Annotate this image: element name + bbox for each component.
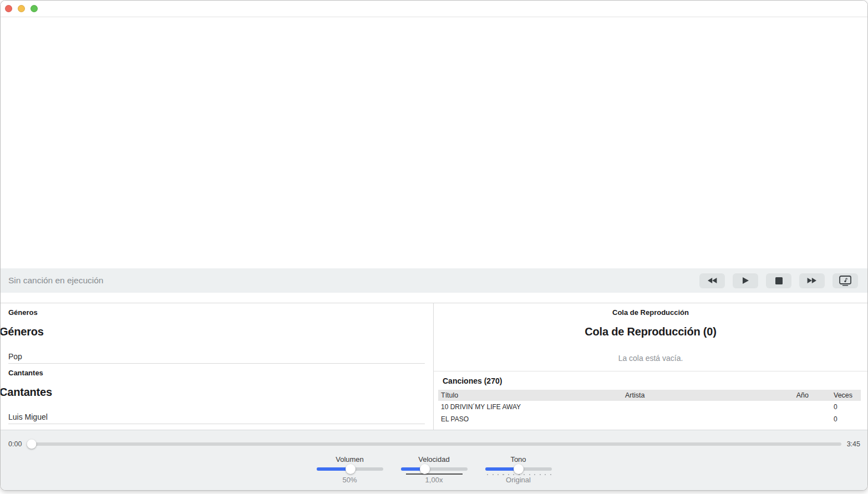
queue-panel: Cola de Reproducción Cola de Reproducció… [434,303,867,430]
genres-section: Géneros Géneros Pop [1,309,433,364]
minimize-button[interactable] [18,5,25,12]
queue-section: Cola de Reproducción Cola de Reproducció… [434,309,867,363]
speed-slider[interactable] [401,467,468,471]
table-header-row: Título Artista Año Veces [438,390,861,401]
sliders-row: Volumen 50% Velocidad 1,00x Tono [1,455,867,484]
seek-slider[interactable] [27,442,841,446]
genres-title: Géneros [1,325,433,338]
speed-slider-thumb[interactable] [420,464,430,474]
singers-section-header: Cantantes [8,369,433,377]
library-panel: Géneros Géneros Pop Cantantes Cantantes … [1,303,434,430]
play-button[interactable] [733,273,758,288]
divider [8,363,425,364]
genres-section-header: Géneros [8,309,433,317]
list-item-singer[interactable]: Luis Miguel [8,413,433,421]
stop-button[interactable] [766,273,791,288]
rewind-icon [707,277,717,284]
divider [8,424,425,424]
now-playing-display-area [1,17,867,268]
speed-value: 1,00x [401,476,468,484]
rewind-button[interactable] [699,273,725,288]
table-row[interactable]: EL PASO 0 [438,413,861,425]
volume-slider-thumb[interactable] [346,464,356,474]
transport-bar: 0:00 3:45 Volumen 50% Velocidad [1,430,867,491]
pitch-slider-thumb[interactable] [514,464,524,474]
close-button[interactable] [5,5,12,12]
pitch-slider[interactable] [485,467,552,471]
singers-section: Cantantes Cantantes Luis Miguel [1,369,433,424]
column-header-artista[interactable]: Artista [622,391,778,399]
speed-slider-group: Velocidad 1,00x [401,455,468,484]
pitch-label: Tono [485,455,552,464]
column-header-titulo[interactable]: Título [438,391,622,399]
monitor-music-icon [839,276,851,286]
volume-slider[interactable] [317,467,383,471]
stop-icon [775,277,783,284]
total-time: 3:45 [847,440,860,448]
song-title-cell: 10 DRIVIN´MY LIFE AWAY [438,403,622,411]
divider [434,371,867,371]
song-plays-cell: 0 [811,403,861,411]
zoom-button[interactable] [31,5,38,12]
volume-value: 50% [317,476,383,484]
column-header-ano[interactable]: Año [778,391,811,399]
play-icon [742,277,749,284]
volume-slider-group: Volumen 50% [317,455,383,484]
app-window: Sin canción en ejecución [0,0,868,491]
fast-forward-button[interactable] [799,273,825,288]
browser-panels: Géneros Géneros Pop Cantantes Cantantes … [1,303,867,430]
speed-label: Velocidad [401,455,468,464]
volume-label: Volumen [317,455,383,464]
queue-section-header: Cola de Reproducción [434,309,867,317]
traffic-lights [5,5,38,12]
table-row[interactable]: 10 DRIVIN´MY LIFE AWAY 0 [438,401,861,413]
column-header-veces[interactable]: Veces [811,391,861,399]
queue-empty-message: La cola está vacía. [434,354,867,363]
seek-row: 0:00 3:45 [1,438,867,450]
fast-forward-icon [807,277,817,284]
speed-tick-line [406,473,463,475]
pitch-tick-dots [487,474,551,475]
queue-title: Cola de Reproducción (0) [434,325,867,338]
list-item-genre[interactable]: Pop [8,353,433,360]
spacer [1,293,867,303]
songs-table: Título Artista Año Veces 10 DRIVIN´MY LI… [438,390,861,425]
song-plays-cell: 0 [811,415,861,423]
seek-slider-thumb[interactable] [27,440,36,449]
elapsed-time: 0:00 [8,440,22,448]
pitch-slider-group: Tono Original [485,455,552,484]
player-bar: Sin canción en ejecución [1,268,867,293]
transport-controls [699,273,858,288]
songs-section-title: Canciones (270) [443,376,867,385]
playback-status-text: Sin canción en ejecución [8,276,699,286]
titlebar [1,1,867,17]
singers-title: Cantantes [1,385,433,399]
song-title-cell: EL PASO [438,415,622,423]
display-queue-button[interactable] [833,273,858,288]
pitch-value: Original [485,476,552,484]
